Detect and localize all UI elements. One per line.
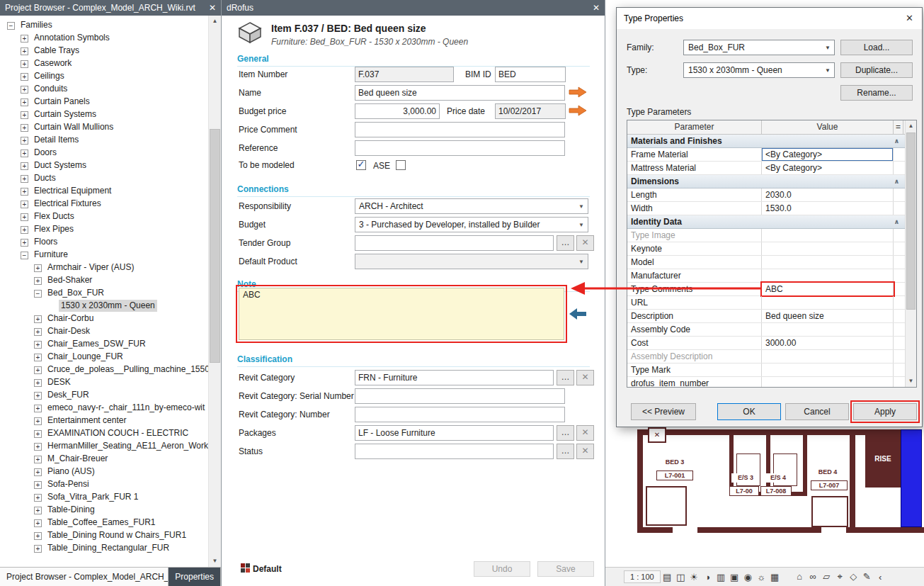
select-links-icon[interactable]: ∞	[806, 571, 820, 582]
clear-button[interactable]: ✕	[576, 444, 594, 459]
revit-category-field[interactable]	[355, 370, 554, 385]
temporary-hide-isolate-icon[interactable]: ◉	[741, 572, 755, 582]
tree-item-label[interactable]: DESK	[45, 376, 73, 388]
tree-item-label[interactable]: Piano (AUS)	[45, 466, 97, 478]
tree-item-label[interactable]: Entertainment center	[45, 415, 128, 427]
select-underlay-elements-icon[interactable]: ▱	[820, 571, 833, 582]
tree-item-label[interactable]: Conduits	[32, 83, 69, 95]
collapse-group-icon[interactable]: ∧	[894, 215, 901, 228]
sun-path-icon[interactable]: ☀	[688, 572, 701, 582]
parameter-value[interactable]	[762, 350, 894, 363]
tree-item-doors[interactable]: +Doors	[0, 147, 209, 159]
tree-item-conduits[interactable]: +Conduits	[0, 83, 209, 96]
close-icon[interactable]: ✕	[593, 0, 600, 16]
tree-item-label[interactable]: M_Chair-Breuer	[45, 453, 110, 465]
tree-item-label[interactable]: Table_Coffee_Eames_FUR1	[45, 517, 158, 529]
cancel-button[interactable]: Cancel	[785, 403, 849, 420]
tree-item-label[interactable]: 1530 x 2030mm - Queen	[59, 300, 157, 312]
tree-item-emeco-navy-r-chair-111n-by-emeco-wit[interactable]: +emeco_navy-r-_chair_111n_by-emeco-wit	[0, 402, 209, 415]
room-tag-bed3[interactable]: L7-001	[656, 471, 693, 480]
expand-icon[interactable]: +	[21, 73, 28, 81]
clear-button[interactable]: ✕	[576, 235, 594, 251]
tree-item-label[interactable]: Chair_Eames_DSW_FUR	[45, 338, 148, 350]
tree-item-desk-fur[interactable]: +Desk_FUR	[0, 389, 209, 402]
parameter-row-cost[interactable]: Cost3000.00	[627, 337, 905, 350]
tree-item-sofa-pensi[interactable]: +Sofa-Pensi	[0, 478, 209, 491]
parameter-value[interactable]	[762, 229, 894, 242]
expand-icon[interactable]: +	[34, 507, 42, 514]
expand-icon[interactable]: +	[21, 111, 28, 119]
expand-icon[interactable]: +	[34, 392, 42, 400]
parameter-value[interactable]	[762, 377, 894, 388]
scroll-down-icon[interactable]: ▼	[209, 556, 221, 567]
parameter-value[interactable]: <By Category>	[762, 162, 894, 174]
expand-icon[interactable]: +	[21, 137, 28, 145]
tree-item-floors[interactable]: +Floors	[0, 236, 209, 249]
column-header-value[interactable]: Value	[762, 120, 894, 134]
tab-properties[interactable]: Properties	[169, 568, 221, 586]
tree-item-label[interactable]: Table_Dining_Rectangular_FUR	[45, 542, 171, 554]
parameter-value[interactable]	[762, 269, 894, 282]
tree-item-label[interactable]: Doors	[32, 147, 59, 159]
tree-item-detail-items[interactable]: +Detail Items	[0, 134, 209, 147]
tree-item-label[interactable]: Ducts	[32, 172, 58, 184]
room-tag-es3[interactable]: L7-00	[729, 486, 759, 496]
tree-item-label[interactable]: Ceilings	[32, 70, 67, 82]
parameter-value[interactable]	[762, 256, 894, 269]
tree-item-label[interactable]: Bed-Shaker	[45, 274, 94, 286]
tree-item-label[interactable]: Cruce_de_poleas__Pulling_machine_1550	[45, 364, 209, 376]
tree-item-ceilings[interactable]: +Ceilings	[0, 70, 209, 83]
tree-item-label[interactable]: Chair-Corbu	[45, 312, 96, 325]
project-browser-titlebar[interactable]: Project Browser - Complex_Model_ARCH_Wik…	[0, 0, 221, 16]
view-scale-button[interactable]: 1 : 100	[624, 570, 661, 583]
parameter-row-type-image[interactable]: Type Image	[627, 229, 905, 242]
select-pinned-elements-icon[interactable]: ⌖	[833, 571, 847, 582]
expand-icon[interactable]: +	[34, 328, 42, 336]
expand-icon[interactable]: +	[34, 456, 42, 463]
undo-button[interactable]: Undo	[474, 561, 530, 577]
price-comment-field[interactable]	[355, 122, 565, 137]
parameter-row-width[interactable]: Width1530.0	[627, 202, 905, 215]
tree-item-label[interactable]: Detail Items	[32, 134, 81, 146]
tree-item-annotation-symbols[interactable]: +Annotation Symbols	[0, 32, 209, 45]
close-icon[interactable]: ✕	[209, 0, 216, 16]
parameter-value[interactable]: 2030.0	[762, 188, 894, 201]
tree-item-label[interactable]: Furniture	[32, 249, 70, 261]
parameter-value[interactable]: Bed queen size	[762, 310, 894, 322]
scroll-thumb[interactable]	[210, 129, 220, 363]
parameter-value[interactable]	[762, 242, 894, 255]
tree-item-furniture[interactable]: −Furniture	[0, 249, 209, 261]
browse-button[interactable]: …	[557, 370, 574, 385]
tree-item-curtain-wall-mullions[interactable]: +Curtain Wall Mullions	[0, 121, 209, 134]
shadows-icon[interactable]: ◑	[701, 572, 714, 582]
revit-serial-field[interactable]	[355, 388, 565, 404]
parameter-row-assembly-description[interactable]: Assembly Description	[627, 350, 905, 364]
tree-item-label[interactable]: Casework	[32, 57, 74, 69]
expand-icon[interactable]: +	[34, 277, 42, 285]
expand-icon[interactable]: +	[21, 47, 28, 55]
chevron-down-icon[interactable]: ▼	[578, 218, 584, 232]
tree-item-armchair-viper-aus[interactable]: +Armchair - Viper (AUS)	[0, 261, 209, 274]
expand-icon[interactable]: +	[34, 417, 42, 425]
parameter-row-frame-material[interactable]: Frame Material<By Category>	[627, 148, 905, 162]
responsibility-select[interactable]: ARCH - Architect ▼	[355, 198, 588, 214]
dialog-titlebar[interactable]: Type Properties ✕	[617, 8, 922, 29]
expand-icon[interactable]: +	[34, 443, 42, 451]
note-textarea[interactable]: ABC	[239, 288, 564, 340]
revit-number-field[interactable]	[355, 407, 565, 422]
expand-icon[interactable]: +	[34, 264, 42, 272]
parameter-value[interactable]: 1530.0	[762, 202, 894, 215]
tree-item-examination-couch-electric[interactable]: +EXAMINATION COUCH - ELECTRIC	[0, 427, 209, 440]
room-label-bed3[interactable]: BED 3	[655, 458, 695, 467]
drofus-titlebar[interactable]: dRofus ✕	[222, 0, 605, 16]
tree-item-label[interactable]: Sofa-Pensi	[45, 478, 91, 490]
type-combobox[interactable]: 1530 x 2030mm - Queen ▼	[683, 62, 835, 78]
parameter-row-keynote[interactable]: Keynote	[627, 242, 905, 256]
duplicate-button[interactable]: Duplicate...	[840, 62, 913, 78]
expand-icon[interactable]: +	[34, 430, 42, 438]
tree-item-table-dining-rectangular-fur[interactable]: +Table_Dining_Rectangular_FUR	[0, 542, 209, 555]
parameter-value[interactable]: ABC	[762, 283, 894, 295]
tree-item-chair-lounge-fur[interactable]: +Chair_Lounge_FUR	[0, 351, 209, 364]
tree-item-hermanmiller-seating-ae11-aeron-work[interactable]: +HermanMiller_Seating_AE11_Aeron_Work	[0, 440, 209, 453]
crop-view-icon[interactable]: ▥	[714, 572, 728, 582]
